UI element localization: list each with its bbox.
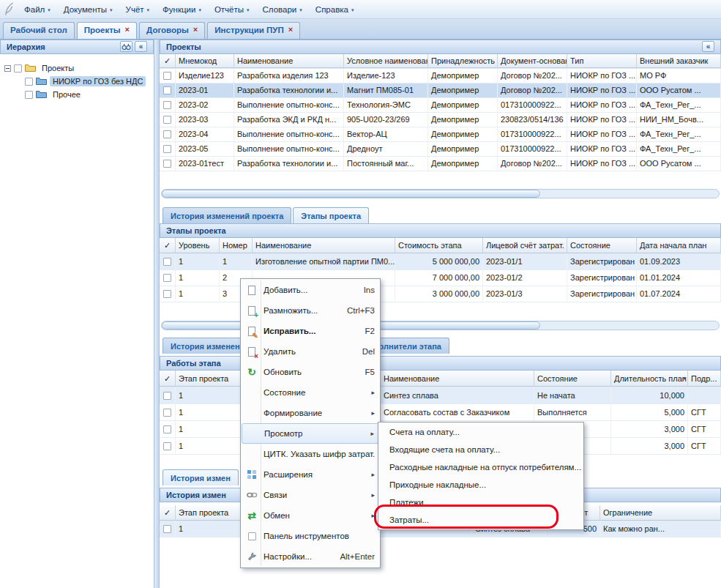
menu-item-add[interactable]: Добавить...Ins bbox=[242, 280, 379, 300]
tree-item-niokr[interactable]: НИОКР по ГОЗ без НДС bbox=[0, 75, 154, 88]
row-checkbox[interactable] bbox=[163, 392, 171, 400]
column-header[interactable]: Наименование bbox=[234, 54, 344, 68]
table-cell: Разработка технологии и... bbox=[234, 83, 344, 97]
row-checkbox[interactable] bbox=[163, 116, 171, 124]
tree-checkbox[interactable] bbox=[14, 64, 22, 72]
column-header[interactable]: Условное наименован bbox=[344, 54, 428, 68]
menu-item-exchange[interactable]: ⇄ Обмен ▸ bbox=[242, 505, 379, 526]
table-row[interactable]: 2023-04Выполнение опытно-конс...Вектор-А… bbox=[160, 127, 721, 142]
submenu-item-receipt-waybills[interactable]: Приходные накладные... bbox=[379, 476, 583, 494]
sort-arrow-icon[interactable]: ▾ bbox=[683, 371, 686, 387]
table-row[interactable]: 2023-02Выполнение опытно-конс...Технолог… bbox=[160, 98, 721, 113]
row-checkbox[interactable] bbox=[163, 72, 171, 80]
menu-item-state[interactable]: Состояние ▸ bbox=[242, 382, 379, 403]
panel-splitter[interactable] bbox=[154, 40, 160, 588]
tab-contracts[interactable]: Договоры× bbox=[139, 22, 205, 39]
column-header[interactable]: ✓ bbox=[160, 371, 176, 387]
tree-item-label: НИОКР по ГОЗ без НДС bbox=[50, 76, 146, 86]
table-row[interactable]: 2023-01тестРазработка технологии и...Пос… bbox=[160, 157, 721, 171]
column-header[interactable]: Лицевой счёт затрат. bbox=[483, 238, 567, 253]
table-row[interactable]: 2023-05Выполнение опытно-конс...Дредноут… bbox=[160, 142, 721, 157]
tree-collapse-icon[interactable] bbox=[4, 65, 11, 72]
menubar-item-accounting[interactable]: Учёт▾ bbox=[119, 0, 156, 18]
column-header[interactable]: Документ-основани bbox=[498, 54, 567, 68]
table-row[interactable]: 2023-01Разработка технологии и...Магнит … bbox=[160, 83, 721, 98]
table-row[interactable]: 11Изготовление опытной партии ПМ0...5 00… bbox=[160, 254, 721, 270]
submenu-item-expense-waybills[interactable]: Расходные накладные на отпуск потребител… bbox=[379, 458, 583, 476]
tree-item-other[interactable]: Прочее bbox=[0, 88, 154, 101]
column-header[interactable]: Состояние bbox=[534, 371, 611, 387]
tree-checkbox[interactable] bbox=[25, 78, 33, 86]
table-row[interactable]: Изделие123Разработка изделия 123Изделие-… bbox=[160, 69, 721, 83]
menu-item-delete[interactable]: × УдалитьDel bbox=[242, 341, 379, 362]
column-header[interactable]: Наименование bbox=[253, 238, 395, 253]
menu-item-toolbar[interactable]: Панель инструментов bbox=[242, 526, 379, 546]
column-header[interactable]: ✓ bbox=[160, 505, 176, 521]
close-icon[interactable]: × bbox=[288, 26, 293, 34]
menu-item-edit[interactable]: ✎ Исправить...F2 bbox=[242, 321, 379, 341]
scrollbar-thumb[interactable] bbox=[162, 190, 540, 198]
row-checkbox[interactable] bbox=[163, 258, 171, 266]
column-header[interactable]: Этап проекта bbox=[176, 505, 242, 521]
row-checkbox[interactable] bbox=[163, 425, 171, 433]
close-icon[interactable]: × bbox=[125, 26, 130, 34]
column-header[interactable]: Стоимость этапа bbox=[395, 238, 483, 253]
column-header[interactable]: Подр... bbox=[688, 371, 721, 387]
menu-item-forming[interactable]: Формирование ▸ bbox=[242, 403, 379, 423]
tab-instructions[interactable]: Инструкции ПУП× bbox=[207, 22, 300, 39]
horizontal-scrollbar[interactable] bbox=[161, 189, 720, 198]
menubar-item-functions[interactable]: Функции▾ bbox=[156, 0, 208, 18]
column-header[interactable]: Наименование bbox=[381, 371, 534, 387]
tree-item-projects-root[interactable]: Проекты bbox=[0, 62, 154, 75]
column-header[interactable]: Уровень bbox=[176, 238, 220, 253]
column-header[interactable]: Номер bbox=[220, 238, 253, 253]
row-checkbox[interactable] bbox=[163, 525, 171, 533]
column-header[interactable]: Этап проекта bbox=[176, 371, 242, 387]
close-icon[interactable]: × bbox=[193, 26, 198, 34]
menu-item-refresh[interactable]: ↻ ОбновитьF5 bbox=[242, 362, 379, 382]
row-checkbox[interactable] bbox=[163, 290, 171, 298]
row-checkbox[interactable] bbox=[163, 442, 171, 450]
column-header[interactable]: Принадлежность bbox=[428, 54, 498, 68]
menu-item-duplicate[interactable]: + Размножить...Ctrl+F3 bbox=[242, 300, 379, 321]
doc-edit-icon: ✎ bbox=[243, 327, 261, 336]
menubar-item-dictionaries[interactable]: Словари▾ bbox=[256, 0, 309, 18]
tab-work-history[interactable]: История измен bbox=[162, 469, 239, 485]
collapse-panel-icon[interactable]: « bbox=[702, 41, 714, 52]
collapse-panel-icon[interactable]: « bbox=[135, 41, 147, 52]
menubar-item-help[interactable]: Справка▾ bbox=[309, 0, 361, 18]
menubar-item-file[interactable]: Файл▾ bbox=[18, 0, 57, 18]
tab-project-stages[interactable]: Этапы проекта bbox=[293, 207, 369, 223]
column-header[interactable]: ✓ bbox=[160, 54, 176, 68]
menu-item-citk-cost-code[interactable]: ЦИТК. Указать шифр затрат... bbox=[242, 444, 379, 464]
column-header[interactable]: Мнемокод bbox=[176, 54, 234, 68]
column-header[interactable]: Тип bbox=[567, 54, 637, 68]
column-header[interactable]: Длительность план▾ bbox=[611, 371, 688, 387]
tab-desktop[interactable]: Рабочий стол bbox=[3, 22, 75, 39]
row-checkbox[interactable] bbox=[163, 160, 171, 168]
row-checkbox[interactable] bbox=[163, 101, 171, 109]
tab-project-history[interactable]: История изменений проекта bbox=[162, 207, 291, 223]
row-checkbox[interactable] bbox=[163, 145, 171, 153]
column-header[interactable]: Ограничение bbox=[600, 505, 721, 521]
menu-item-extensions[interactable]: Расширения ▸ bbox=[242, 464, 379, 485]
menubar-item-reports[interactable]: Отчёты▾ bbox=[208, 0, 256, 18]
submenu-item-incoming-invoices[interactable]: Входящие счета на оплату... bbox=[379, 441, 583, 458]
row-checkbox[interactable] bbox=[163, 274, 171, 282]
row-checkbox[interactable] bbox=[163, 130, 171, 138]
menubar-item-documents[interactable]: Документы▾ bbox=[57, 0, 119, 18]
menu-item-view[interactable]: Просмотр ▸ bbox=[242, 423, 379, 444]
column-header[interactable]: ✓ bbox=[160, 238, 176, 253]
column-header[interactable]: Внешний заказчик bbox=[637, 54, 721, 68]
binoculars-icon[interactable] bbox=[120, 41, 132, 52]
row-checkbox[interactable] bbox=[163, 409, 171, 417]
row-checkbox[interactable] bbox=[163, 86, 171, 94]
tab-projects[interactable]: Проекты× bbox=[77, 22, 137, 39]
menu-item-links[interactable]: Связи ▸ bbox=[242, 485, 379, 505]
column-header[interactable]: Дата начала план bbox=[637, 238, 721, 253]
column-header[interactable]: Состояние bbox=[567, 238, 637, 253]
table-row[interactable]: 2023-03Разработка ЭКД и РКД н...905-U020… bbox=[160, 113, 721, 127]
submenu-item-invoices[interactable]: Счета на оплату... bbox=[379, 423, 583, 441]
tree-checkbox[interactable] bbox=[25, 91, 33, 99]
menu-item-settings[interactable]: Настройки...Alt+Enter bbox=[242, 546, 379, 567]
